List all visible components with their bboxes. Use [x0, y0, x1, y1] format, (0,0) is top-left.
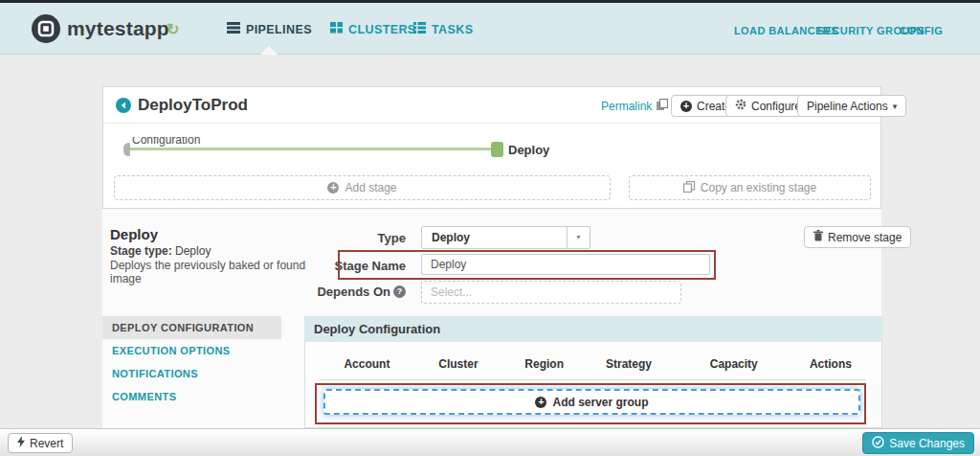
nav-tasks[interactable]: TASKS: [413, 22, 473, 36]
column-header-region: Region: [503, 357, 586, 379]
navbar: mytestapp ↻ PIPELINES CLUSTERS TASKS LOA…: [0, 3, 980, 55]
copy-existing-stage-button[interactable]: Copy an existing stage: [629, 175, 871, 200]
check-circle-icon: [872, 436, 884, 451]
column-header-cluster: Cluster: [413, 357, 503, 379]
save-changes-label: Save Changes: [889, 437, 965, 450]
active-tab-caret: [260, 46, 278, 55]
add-stage-button[interactable]: Add stage: [114, 175, 611, 200]
stage-name-label: Stage Name: [316, 259, 406, 273]
add-server-group-button[interactable]: Add server group: [323, 389, 860, 415]
caret-down-icon: ▾: [893, 102, 898, 111]
footer-bar: Revert Save Changes: [0, 428, 980, 456]
stage-type-select-value: Deploy: [422, 227, 567, 248]
stage-label-deploy[interactable]: Deploy: [508, 143, 549, 157]
stage-heading: Deploy: [110, 226, 335, 242]
deploy-configuration-panel: Account Cluster Region Strategy Capacity…: [304, 342, 882, 428]
add-stage-label: Add stage: [345, 181, 396, 194]
stage-name-input[interactable]: [421, 254, 710, 275]
configuration-stage-node[interactable]: [123, 143, 130, 156]
permalink-link[interactable]: Permalink: [601, 100, 652, 113]
pipelines-icon: [227, 22, 240, 36]
nav-clusters-label: CLUSTERS: [348, 23, 416, 36]
depends-on-label: Depends On: [316, 285, 406, 299]
nav-config[interactable]: CONFIG: [900, 25, 943, 36]
configure-button-label: Configure: [751, 100, 801, 113]
back-circle-icon[interactable]: [116, 98, 131, 113]
plus-circle-icon: [680, 101, 692, 112]
clusters-icon: [330, 22, 343, 36]
plus-circle-icon: [535, 397, 546, 408]
nav-clusters[interactable]: CLUSTERS: [330, 22, 416, 36]
pipeline-title: DeployToProd: [138, 96, 248, 115]
stage-type-label: Stage type:: [110, 244, 172, 258]
copy-icon: [683, 181, 695, 195]
pipeline-actions-label: Pipeline Actions: [807, 100, 888, 113]
sidebar-item-comments[interactable]: COMMENTS: [102, 385, 281, 408]
trash-icon: [813, 230, 823, 244]
tasks-icon: [413, 22, 426, 36]
stage-type-value: Deploy: [172, 244, 212, 258]
nav-pipelines[interactable]: PIPELINES: [227, 22, 312, 36]
nav-tasks-label: TASKS: [432, 23, 473, 36]
column-header-strategy: Strategy: [585, 357, 672, 379]
depends-on-select[interactable]: Select...: [421, 281, 681, 304]
revert-button[interactable]: Revert: [8, 433, 73, 453]
column-header-actions: Actions: [795, 357, 866, 379]
help-icon[interactable]: [393, 285, 406, 298]
server-group-table-header: Account Cluster Region Strategy Capacity…: [321, 357, 866, 380]
revert-button-label: Revert: [30, 437, 63, 450]
deploy-stage-node[interactable]: [491, 142, 503, 157]
copy-existing-stage-label: Copy an existing stage: [701, 181, 816, 194]
refresh-icon[interactable]: ↻: [167, 20, 179, 38]
stage-description: Deploy Stage type: Deploy Deploys the pr…: [110, 226, 335, 285]
stage-help-text: Deploys the previously baked or found im…: [110, 259, 335, 285]
sidebar-item-deploy-configuration[interactable]: DEPLOY CONFIGURATION: [102, 316, 281, 339]
sidebar-item-notifications[interactable]: NOTIFICATIONS: [102, 362, 281, 385]
app-logo-icon: [32, 14, 60, 43]
gear-icon: [735, 99, 746, 113]
add-server-group-label: Add server group: [552, 396, 648, 409]
pipeline-card-header: DeployToProd Permalink Create Configure …: [103, 87, 880, 124]
nav-pipelines-label: PIPELINES: [246, 23, 312, 36]
stage-label-configuration[interactable]: Configuration: [132, 137, 200, 147]
save-changes-button[interactable]: Save Changes: [862, 432, 974, 454]
pipeline-actions-button[interactable]: Pipeline Actions ▾: [797, 95, 906, 117]
remove-stage-label: Remove stage: [828, 231, 902, 244]
pipeline-card: DeployToProd Permalink Create Configure …: [102, 86, 881, 209]
bolt-icon: [17, 436, 25, 450]
pipeline-graph: Configuration Deploy: [103, 137, 880, 169]
screen: mytestapp ↻ PIPELINES CLUSTERS TASKS LOA…: [0, 0, 980, 456]
stage-type-select[interactable]: Deploy ▼: [421, 226, 590, 249]
app-name: mytestapp: [67, 17, 169, 40]
clipboard-icon[interactable]: [657, 98, 668, 115]
column-header-account: Account: [321, 357, 413, 379]
select-caret-icon: ▼: [567, 227, 590, 248]
deploy-configuration-header: Deploy Configuration: [304, 316, 882, 342]
type-label: Type: [316, 231, 406, 245]
remove-stage-button[interactable]: Remove stage: [804, 226, 911, 248]
pipeline-graph-edge: [126, 148, 493, 150]
plus-circle-icon: [327, 182, 339, 194]
sidebar-item-execution-options[interactable]: EXECUTION OPTIONS: [102, 339, 281, 362]
column-header-capacity: Capacity: [673, 357, 795, 379]
